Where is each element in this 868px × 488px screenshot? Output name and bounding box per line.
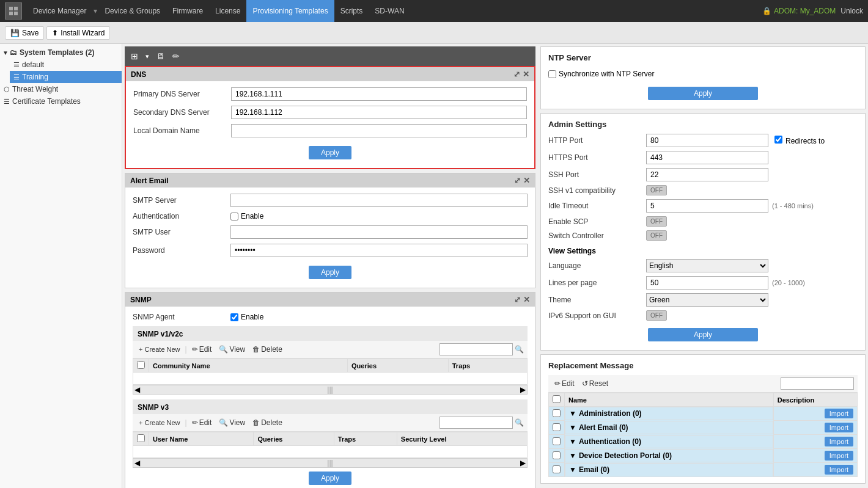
repl-group-row[interactable]: ▼ Email (0) Import — [549, 463, 858, 477]
ssh-v1-toggle[interactable]: OFF — [646, 185, 667, 195]
scroll-left-icon[interactable]: ◀ — [134, 385, 140, 394]
alert-email-apply-button[interactable]: Apply — [309, 266, 351, 279]
snmp-agent-checkbox[interactable] — [230, 313, 238, 321]
snmp-maximize-icon[interactable]: ⤢ — [514, 295, 521, 304]
monitor-button[interactable]: 🖥 — [154, 50, 167, 62]
nav-device-groups[interactable]: Device & Groups — [98, 0, 166, 22]
secondary-dns-input[interactable] — [231, 106, 527, 119]
repl-group-checkbox[interactable] — [553, 409, 561, 417]
ntp-sync-checkbox[interactable] — [548, 70, 556, 78]
https-port-input[interactable] — [646, 151, 768, 164]
unlock-button[interactable]: Unlock — [840, 7, 863, 15]
repl-expand-icon[interactable]: ▼ — [569, 451, 576, 460]
repl-import-button[interactable]: Import — [825, 451, 853, 461]
nav-device-manager[interactable]: Device Manager — [27, 0, 92, 22]
scroll-right-icon-v3[interactable]: ▶ — [520, 459, 526, 467]
snmp-apply-button[interactable]: Apply — [309, 472, 351, 485]
edit-button[interactable]: ✏ — [170, 50, 182, 62]
snmp-v3-select-all[interactable] — [137, 434, 145, 442]
repl-group-checkbox[interactable] — [553, 465, 561, 473]
password-input[interactable] — [230, 244, 528, 257]
nav-license[interactable]: License — [209, 0, 246, 22]
snmp-v3-view-button[interactable]: 🔍 View — [216, 417, 248, 428]
sidebar-item-threat-weight[interactable]: ⬡ Threat Weight — [0, 83, 122, 95]
snmp-v1v2c-create-button[interactable]: + Create New — [136, 344, 183, 354]
alert-email-close-icon[interactable]: ✕ — [523, 176, 530, 185]
snmp-close-icon[interactable]: ✕ — [523, 295, 530, 304]
authentication-checkbox[interactable] — [230, 213, 238, 220]
redirects-to-checkbox[interactable] — [774, 136, 782, 144]
repl-expand-icon[interactable]: ▼ — [569, 423, 576, 432]
repl-group-row[interactable]: ▼ Device Detection Portal (0) Import — [549, 449, 858, 463]
repl-select-all[interactable] — [553, 395, 561, 403]
repl-group-checkbox[interactable] — [553, 423, 561, 431]
admin-apply-button[interactable]: Apply — [648, 328, 758, 341]
local-domain-input[interactable] — [231, 124, 527, 137]
repl-import-button[interactable]: Import — [825, 409, 853, 418]
dns-apply-button[interactable]: Apply — [309, 146, 351, 159]
repl-group-row[interactable]: ▼ Administration (0) Import — [549, 407, 858, 421]
ssh-port-input[interactable] — [646, 168, 768, 181]
repl-group-checkbox[interactable] — [553, 451, 561, 459]
repl-import-button[interactable]: Import — [825, 423, 853, 432]
scroll-right-icon[interactable]: ▶ — [520, 385, 526, 394]
alert-email-maximize-icon[interactable]: ⤢ — [514, 176, 521, 185]
repl-import-button[interactable]: Import — [825, 437, 853, 446]
dns-maximize-icon[interactable]: ⤢ — [513, 70, 520, 79]
snmp-v3-create-button[interactable]: + Create New — [136, 418, 183, 428]
dns-close-icon[interactable]: ✕ — [523, 70, 529, 79]
repl-edit-button[interactable]: ✏ Edit — [552, 378, 577, 389]
snmp-v1v2c-view-button[interactable]: 🔍 View — [216, 344, 248, 355]
snmp-v1v2c-edit-button[interactable]: ✏ Edit — [189, 344, 215, 355]
lines-per-page-input[interactable] — [646, 276, 768, 290]
smtp-server-input[interactable] — [230, 194, 528, 207]
authentication-checkbox-label[interactable]: Enable — [230, 212, 263, 220]
chevron-button[interactable]: ▾ — [143, 51, 152, 62]
snmp-v1v2c-col-traps: Traps — [448, 359, 527, 373]
search-icon-v3[interactable]: 🔍 — [515, 418, 524, 427]
snmp-v3-delete-button[interactable]: 🗑 Delete — [250, 417, 285, 428]
snmp-v3-edit-button[interactable]: ✏ Edit — [189, 417, 215, 428]
snmp-v3-search-input[interactable] — [440, 417, 513, 429]
scroll-left-icon-v3[interactable]: ◀ — [134, 459, 140, 467]
theme-select[interactable]: Green Blue Red — [646, 293, 768, 307]
repl-group-checkbox[interactable] — [553, 437, 561, 445]
nav-scripts[interactable]: Scripts — [334, 0, 369, 22]
ipv6-toggle[interactable]: OFF — [646, 310, 667, 321]
sidebar-group-system-templates[interactable]: ▼ 🗂 System Templates (2) — [0, 46, 122, 59]
sidebar-item-training[interactable]: ☰ Training — [10, 71, 122, 83]
repl-search-input[interactable] — [781, 377, 854, 390]
snmp-v1v2c-select-all[interactable] — [137, 361, 145, 369]
repl-reset-button[interactable]: ↺ Reset — [579, 378, 611, 389]
switch-controller-toggle[interactable]: OFF — [646, 230, 667, 241]
snmp-v1v2c-scrollbar[interactable]: ◀ ||| ▶ — [133, 385, 528, 395]
snmp-agent-checkbox-label[interactable]: Enable — [230, 313, 263, 321]
repl-expand-icon[interactable]: ▼ — [569, 437, 576, 446]
snmp-v1v2c-delete-button[interactable]: 🗑 Delete — [250, 344, 285, 355]
repl-expand-icon[interactable]: ▼ — [569, 409, 576, 418]
repl-expand-icon[interactable]: ▼ — [569, 465, 576, 474]
app-logo[interactable] — [5, 2, 22, 20]
http-port-input[interactable] — [646, 134, 768, 147]
sidebar-item-certificate-templates[interactable]: ☰ Certificate Templates — [0, 95, 122, 107]
ntp-apply-button[interactable]: Apply — [648, 87, 758, 100]
sidebar-item-default[interactable]: ☰ default — [10, 59, 122, 71]
repl-import-button[interactable]: Import — [825, 465, 853, 475]
nav-firmware[interactable]: Firmware — [166, 0, 209, 22]
install-wizard-button[interactable]: ⬆ Install Wizard — [46, 26, 110, 40]
snmp-v3-scrollbar[interactable]: ◀ ||| ▶ — [133, 458, 528, 468]
language-select[interactable]: English French Spanish Chinese — [646, 259, 768, 272]
smtp-user-input[interactable] — [230, 225, 528, 239]
snmp-v1v2c-search-input[interactable] — [440, 343, 513, 355]
nav-provisioning-templates[interactable]: Provisioning Templates — [246, 0, 334, 22]
enable-scp-toggle[interactable]: OFF — [646, 216, 667, 227]
save-button[interactable]: 💾 Save — [5, 26, 44, 40]
primary-dns-input[interactable] — [231, 87, 527, 101]
repl-group-row[interactable]: ▼ Alert Email (0) Import — [549, 421, 858, 435]
search-icon[interactable]: 🔍 — [515, 345, 524, 354]
nav-sd-wan[interactable]: SD-WAN — [369, 0, 410, 22]
idle-timeout-input[interactable] — [646, 199, 768, 213]
language-row: Language English French Spanish Chinese — [548, 259, 858, 272]
grid-view-button[interactable]: ⊞ — [128, 50, 141, 62]
repl-group-row[interactable]: ▼ Authentication (0) Import — [549, 435, 858, 449]
